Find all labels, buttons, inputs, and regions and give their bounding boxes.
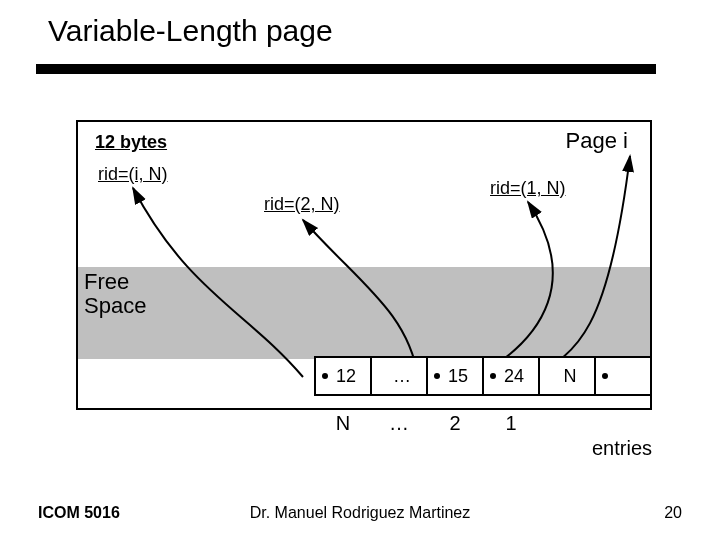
rid-1-n: rid=(1, N) — [490, 178, 566, 199]
slot-cell — [594, 356, 652, 396]
footer-author: Dr. Manuel Rodriguez Martinez — [0, 504, 720, 522]
slot-directory: 12 … 15 24 N — [316, 356, 652, 396]
slot-index — [538, 412, 596, 435]
header-12-bytes: 12 bytes — [95, 132, 167, 153]
title-underline — [36, 64, 656, 74]
slot-cell: 15 — [426, 356, 484, 396]
rid-i-n: rid=(i, N) — [98, 164, 168, 185]
free-space-label: Free Space — [84, 270, 146, 318]
slot-cell: 12 — [314, 356, 372, 396]
slot-indices: N … 2 1 — [316, 412, 652, 435]
slot-cell: … — [370, 356, 428, 396]
footer-page-number: 20 — [664, 504, 682, 522]
slot-index: N — [314, 412, 372, 435]
rid-2-n: rid=(2, N) — [264, 194, 340, 215]
free-space-region — [78, 267, 650, 359]
slot-index: 1 — [482, 412, 540, 435]
slot-index: … — [370, 412, 428, 435]
slot-index — [594, 412, 652, 435]
page-diagram: Free Space 12 bytes Page i rid=(i, N) ri… — [76, 120, 652, 410]
page-id-label: Page i — [566, 128, 628, 154]
entries-label: entries — [592, 437, 652, 460]
slot-cell: N — [538, 356, 596, 396]
slot-cell: 24 — [482, 356, 540, 396]
slide-title: Variable-Length page — [48, 14, 333, 48]
slot-index: 2 — [426, 412, 484, 435]
